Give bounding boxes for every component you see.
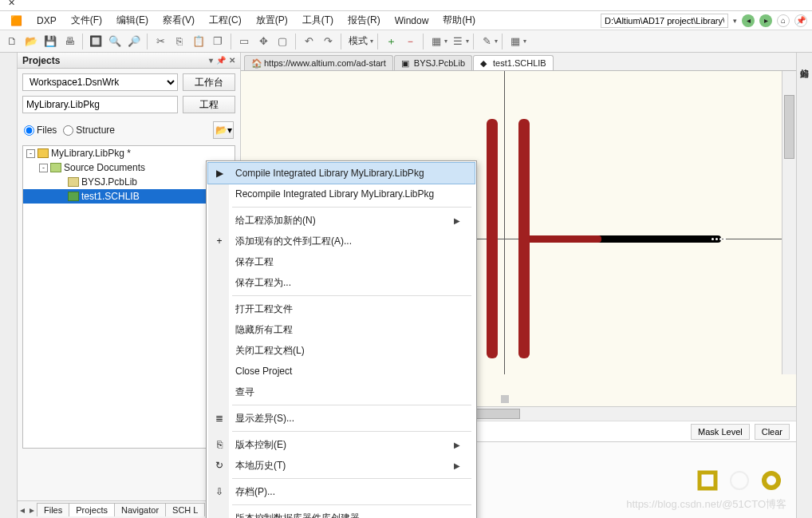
ctx-item[interactable]: 关闭工程文档(L): [208, 340, 475, 361]
path-drop-icon[interactable]: ▾: [733, 17, 737, 25]
tree-item[interactable]: -Source Documents: [23, 160, 235, 175]
left-dock: [0, 53, 18, 518]
menu-place[interactable]: 放置(P): [250, 12, 294, 29]
radio-files[interactable]: Files: [24, 125, 57, 136]
open-icon[interactable]: 📂: [22, 33, 40, 50]
tab-projects[interactable]: Projects: [69, 503, 115, 516]
right-dock: 偏好的 剪贴板 库: [796, 53, 812, 518]
menu-help[interactable]: 帮助(H): [437, 12, 481, 29]
dsel-icon[interactable]: ▢: [274, 33, 291, 50]
ctx-item[interactable]: Close Project: [208, 361, 475, 382]
folder-icon: [50, 163, 61, 172]
save-icon[interactable]: 💾: [41, 33, 59, 50]
menu-project[interactable]: 工程(C): [203, 12, 247, 29]
panel-menu-icon[interactable]: ▾: [209, 56, 213, 65]
pen-icon[interactable]: ✎: [478, 33, 495, 50]
projects-title: Projects ▾ 📌 ✕: [18, 53, 240, 69]
project-tree[interactable]: -MyLibrary.LibPkg *-Source DocumentsBYSJ…: [22, 145, 235, 449]
ctx-item[interactable]: ↻本地历史(T)▶: [208, 455, 475, 476]
app-logo: ✕: [8, 0, 15, 8]
expand-icon[interactable]: -: [26, 149, 35, 158]
zoom-in-icon[interactable]: 🔍: [106, 33, 124, 50]
nav-fwd-icon[interactable]: ▸: [759, 14, 772, 27]
tab-sch[interactable]: SCH L: [165, 503, 205, 516]
ctx-item[interactable]: +添加现有的文件到工程(A)...: [208, 231, 475, 251]
project-button[interactable]: 工程: [183, 96, 235, 113]
project-input[interactable]: [22, 96, 178, 113]
part-icon[interactable]: ▦: [428, 33, 445, 50]
doc-tab[interactable]: 🏠https://www.altium.com/ad-start: [244, 55, 393, 70]
tree-item[interactable]: test1.SCHLIB: [23, 189, 235, 204]
ctx-item[interactable]: 保存工程为...: [208, 272, 475, 293]
mode-label[interactable]: 模式: [345, 34, 371, 48]
menu-window[interactable]: Window: [389, 14, 435, 28]
pcblib-icon: ▣: [401, 58, 411, 68]
redo-icon[interactable]: ↷: [319, 33, 337, 50]
zoom-out-icon[interactable]: 🔎: [125, 33, 143, 50]
mask-level-button[interactable]: Mask Level: [691, 424, 750, 440]
move-icon[interactable]: ✥: [254, 33, 272, 50]
ctx-item[interactable]: 打开工程文件: [208, 299, 475, 319]
plus-icon[interactable]: ＋: [382, 33, 400, 50]
ctx-item[interactable]: 保存工程: [208, 251, 475, 272]
titlebar: ✕: [0, 0, 812, 11]
ctx-item[interactable]: ⇩存档(P)...: [208, 481, 475, 502]
zoom-fit-icon[interactable]: 🔲: [87, 33, 104, 50]
workspace-select[interactable]: Workspace1.DsnWrk: [22, 73, 178, 91]
ctx-item[interactable]: 给工程添加新的(N)▶: [208, 210, 475, 231]
ctx-icon: ⎘: [213, 438, 226, 451]
svg-point-1: [731, 472, 748, 489]
undo-icon[interactable]: ↶: [300, 33, 317, 50]
tab-next-icon[interactable]: ▸: [27, 504, 37, 516]
menu-reports[interactable]: 报告(R): [342, 12, 386, 29]
tab-files[interactable]: Files: [37, 503, 69, 516]
ctx-item[interactable]: ⎘版本控制(E)▶: [208, 434, 475, 455]
folder-btn-icon[interactable]: 📂▾: [213, 121, 234, 139]
tab-prev-icon[interactable]: ◂: [18, 504, 27, 516]
tree-item[interactable]: -MyLibrary.LibPkg *: [23, 146, 235, 160]
ctx-item[interactable]: 查寻: [208, 382, 475, 402]
workspace-button[interactable]: 工作台: [183, 73, 235, 91]
expand-icon[interactable]: -: [39, 164, 48, 172]
ctx-item[interactable]: 版本控制数据库器件库创建器...: [208, 508, 475, 518]
menu-edit[interactable]: 编辑(E): [111, 12, 154, 29]
handle[interactable]: [501, 395, 509, 403]
tree-item[interactable]: BYSJ.PcbLib: [23, 175, 235, 189]
path-input[interactable]: [601, 14, 728, 28]
cut-icon[interactable]: ✂: [152, 33, 169, 50]
doc-tab[interactable]: ◆test1.SCHLIB: [473, 55, 554, 70]
menu-tools[interactable]: 工具(T): [297, 12, 339, 29]
ctx-item[interactable]: ▶Compile Integrated Library MyLibrary.Li…: [208, 163, 475, 184]
doc-tab[interactable]: ▣BYSJ.PcbLib: [394, 55, 472, 70]
stack-icon[interactable]: ☰: [449, 33, 467, 50]
print-icon[interactable]: 🖶: [61, 33, 78, 50]
ctx-item[interactable]: Recompile Integrated Library MyLibrary.L…: [208, 184, 475, 204]
panel-pin-icon[interactable]: 📌: [216, 56, 226, 65]
ctx-icon: ↻: [213, 459, 226, 472]
clear-button[interactable]: Clear: [755, 424, 790, 440]
menu-view[interactable]: 察看(V): [157, 12, 200, 29]
tab-navigator[interactable]: Navigator: [114, 503, 166, 516]
new-doc-icon[interactable]: 🗋: [3, 33, 21, 50]
radio-structure[interactable]: Structure: [63, 125, 115, 136]
home-icon[interactable]: ⌂: [777, 14, 790, 27]
copy-icon[interactable]: ⎘: [171, 33, 188, 50]
ctx-item[interactable]: ≣显示差异(S)...: [208, 408, 475, 429]
dup-icon[interactable]: ❐: [209, 33, 227, 50]
ctx-label: 版本控制数据库器件库创建器...: [235, 512, 368, 519]
nav-back-icon[interactable]: ◂: [742, 14, 755, 27]
menu-file[interactable]: 文件(F): [65, 12, 108, 29]
menu-dxp[interactable]: DXP: [31, 14, 62, 28]
menu-dxp-icon[interactable]: 🟧: [5, 14, 28, 28]
minus-icon[interactable]: －: [401, 33, 419, 50]
ctx-item[interactable]: 隐藏所有工程: [208, 319, 475, 340]
ctx-label: Close Project: [235, 366, 292, 377]
select-rect-icon[interactable]: ▭: [235, 33, 253, 50]
paste-icon[interactable]: 📋: [190, 33, 207, 50]
pcblib-icon: [68, 177, 79, 187]
grid-icon[interactable]: ▦: [507, 33, 524, 50]
pin-icon[interactable]: 📌: [794, 14, 807, 27]
dock-fav[interactable]: 偏好的: [797, 57, 812, 518]
scrollbar-vertical[interactable]: [782, 71, 796, 374]
panel-close-icon[interactable]: ✕: [229, 56, 235, 65]
